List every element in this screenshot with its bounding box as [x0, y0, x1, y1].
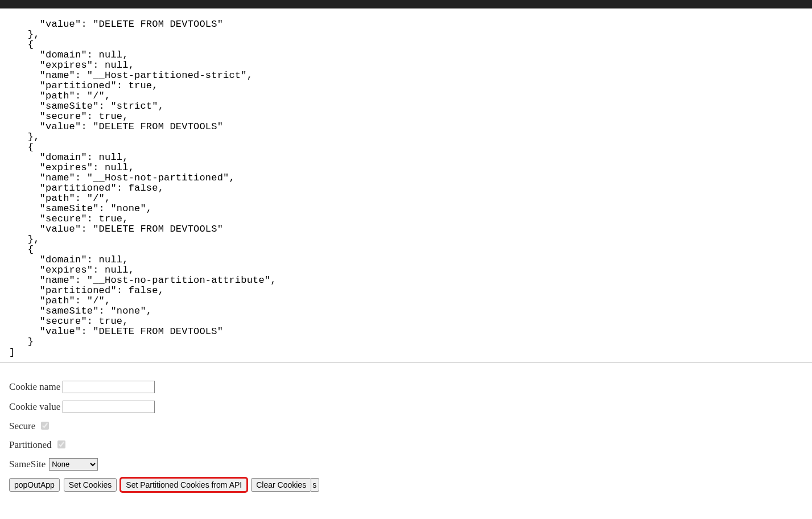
secure-row: Secure [9, 421, 803, 432]
json-line: "secure": true, [16, 316, 129, 327]
cookie-name-label: Cookie name [9, 381, 60, 393]
browser-title-bar [0, 0, 812, 9]
cookie-value-label: Cookie value [9, 401, 60, 413]
json-line: "secure": true, [16, 213, 129, 224]
json-line: "domain": null, [16, 254, 129, 265]
json-line: "value": "DELETE FROM DEVTOOLS" [16, 326, 223, 337]
json-line: { [16, 142, 34, 153]
json-line: }, [16, 29, 40, 40]
json-line: ] [9, 347, 15, 358]
json-line: "expires": null, [16, 265, 134, 275]
json-line: "name": "__Host-not-partitioned", [16, 172, 235, 183]
clear-cookies-button[interactable]: Clear Cookies [251, 478, 311, 492]
secure-label: Secure [9, 421, 35, 432]
json-line: "path": "/", [16, 90, 110, 101]
set-partitioned-cookies-button[interactable]: Set Partitioned Cookies from API [121, 478, 247, 492]
json-line: "secure": true, [16, 111, 129, 122]
json-line: { [16, 244, 34, 255]
json-line: "partitioned": false, [16, 285, 164, 296]
json-line: "value": "DELETE FROM DEVTOOLS" [16, 121, 223, 132]
partitioned-checkbox[interactable] [57, 440, 65, 448]
json-line: "sameSite": "strict", [16, 101, 164, 112]
partial-hidden-button[interactable]: s [311, 478, 319, 492]
samesite-label: SameSite [9, 459, 46, 470]
json-line: "partitioned": false, [16, 183, 164, 193]
cookie-form: Cookie name Cookie value Secure Partitio… [0, 373, 812, 499]
partitioned-label: Partitioned [9, 439, 52, 451]
json-line: } [16, 336, 34, 347]
json-line: "sameSite": "none", [16, 203, 152, 214]
button-row: popOutApp Set Cookies Set Partitioned Co… [9, 478, 803, 492]
json-line: "path": "/", [16, 193, 110, 204]
set-cookies-button[interactable]: Set Cookies [64, 478, 117, 492]
json-line: "partitioned": true, [16, 80, 158, 91]
json-line: "value": "DELETE FROM DEVTOOLS" [16, 19, 223, 30]
json-line: "expires": null, [16, 60, 134, 71]
json-line: "expires": null, [16, 162, 134, 173]
json-line: "path": "/", [16, 295, 110, 306]
json-line: }, [16, 131, 40, 142]
cookie-name-row: Cookie name [9, 381, 803, 393]
json-line: { [16, 39, 34, 50]
json-line: "domain": null, [16, 152, 129, 163]
page-content: "value": "DELETE FROM DEVTOOLS" }, { "do… [0, 18, 812, 499]
json-line: "domain": null, [16, 50, 129, 60]
secure-checkbox[interactable] [41, 422, 49, 430]
samesite-row: SameSite None [9, 458, 803, 471]
json-line: "name": "__Host-no-partition-attribute", [16, 275, 277, 286]
partitioned-row: Partitioned [9, 439, 803, 451]
cookie-value-input[interactable] [63, 401, 155, 413]
json-line: "value": "DELETE FROM DEVTOOLS" [16, 224, 223, 234]
cookie-name-input[interactable] [63, 381, 155, 393]
json-line: "sameSite": "none", [16, 306, 152, 316]
cookie-value-row: Cookie value [9, 401, 803, 413]
samesite-select[interactable]: None [49, 458, 98, 471]
json-line: }, [16, 234, 40, 245]
json-line: "name": "__Host-partitioned-strict", [16, 70, 253, 81]
json-output: "value": "DELETE FROM DEVTOOLS" }, { "do… [0, 18, 812, 363]
popout-app-button[interactable]: popOutApp [9, 478, 60, 492]
